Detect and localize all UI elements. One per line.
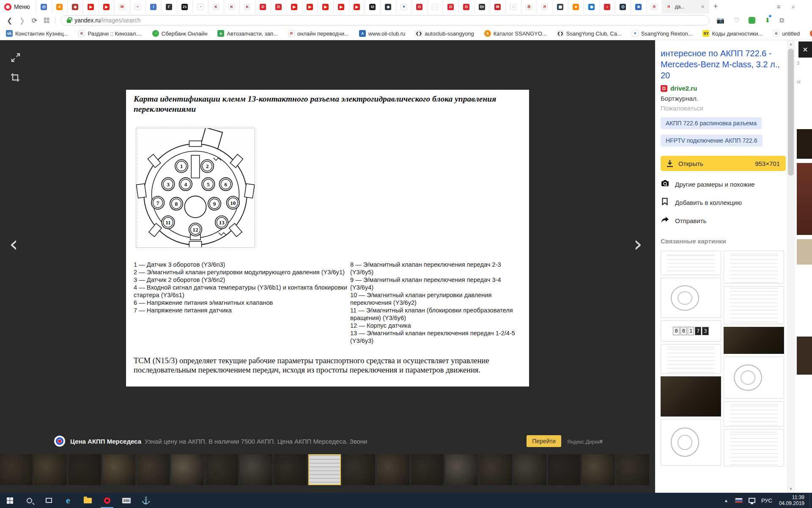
bookmark-heart-icon[interactable]: ♡ bbox=[734, 17, 739, 24]
browser-tab[interactable]: ⊕ bbox=[631, 0, 646, 14]
browser-tab[interactable]: ▶ bbox=[99, 0, 114, 14]
related-image[interactable] bbox=[724, 286, 784, 324]
tab-search-icon[interactable]: ⌕ bbox=[792, 3, 795, 11]
network-icon[interactable] bbox=[749, 498, 755, 503]
extensions-panel-icon[interactable]: ⧉ bbox=[779, 17, 784, 24]
action-share[interactable]: Отправить bbox=[661, 215, 787, 226]
browser-tab[interactable]: ▶ bbox=[349, 0, 365, 14]
bookmark-item[interactable]: KРаздачи :: Кинозал.... bbox=[78, 30, 142, 37]
browser-tab[interactable]: ✇ bbox=[521, 0, 537, 14]
thumbnail[interactable] bbox=[343, 454, 375, 485]
ad-go-button[interactable]: Перейти bbox=[527, 435, 561, 447]
browser-tab[interactable]: ◆ bbox=[67, 0, 83, 14]
source-row[interactable]: D drive2.ru bbox=[661, 85, 787, 92]
bookmark-item[interactable]: Яонлайн переводчи... bbox=[288, 30, 349, 37]
related-image[interactable] bbox=[724, 356, 784, 399]
browser-tab[interactable]: ▶ bbox=[83, 0, 99, 14]
report-link[interactable]: Пожаловаться bbox=[661, 105, 787, 112]
related-query-tag[interactable]: HFPTV подключение АКПП 722.6 bbox=[661, 135, 763, 146]
related-image[interactable] bbox=[724, 251, 784, 284]
thumbnail[interactable] bbox=[548, 454, 581, 485]
taskbar-anchor-button[interactable]: ⚓ bbox=[136, 493, 156, 508]
browser-tab[interactable]: t2 bbox=[365, 0, 380, 14]
browser-tab[interactable]: ▶ bbox=[318, 0, 333, 14]
ad-close-icon[interactable]: ✕ bbox=[599, 438, 604, 444]
back-icon[interactable]: ❮ bbox=[7, 17, 12, 25]
related-image[interactable] bbox=[661, 419, 721, 466]
tab-menu-icon[interactable]: ≡ bbox=[777, 3, 781, 11]
browser-tab[interactable]: Я bbox=[537, 0, 552, 14]
fullscreen-icon[interactable] bbox=[10, 52, 21, 65]
browser-tab[interactable]: ✉ bbox=[114, 0, 130, 14]
related-image[interactable] bbox=[724, 429, 784, 467]
related-image[interactable]: 00173 bbox=[661, 320, 721, 342]
thumbnail[interactable] bbox=[69, 454, 101, 485]
viewed-image[interactable]: Карта идентификации клемм 13-контактного… bbox=[126, 90, 529, 387]
secure-lock-icon[interactable] bbox=[67, 19, 71, 23]
taskbar-file-explorer-button[interactable] bbox=[78, 493, 97, 508]
browser-tab[interactable]: D bbox=[255, 0, 271, 14]
previous-image-arrow[interactable]: ‹ bbox=[9, 233, 18, 255]
next-image-arrow[interactable]: › bbox=[634, 233, 642, 255]
browser-tab[interactable]: ◌ bbox=[427, 0, 443, 14]
bookmark-item[interactable]: ◔Сбербанк Онлайн bbox=[152, 30, 208, 37]
browser-tab[interactable]: / bbox=[145, 0, 161, 14]
browser-tab[interactable]: ■ bbox=[568, 0, 584, 14]
browser-tab[interactable]: D bbox=[411, 0, 427, 14]
related-image[interactable] bbox=[724, 401, 784, 427]
source-site-link[interactable]: drive2.ru bbox=[670, 85, 697, 92]
browser-tab[interactable]: K bbox=[208, 0, 224, 14]
active-tab[interactable]: Я да... ✕ bbox=[662, 0, 708, 14]
related-image[interactable] bbox=[661, 251, 721, 275]
language-indicator[interactable]: РУС bbox=[761, 497, 772, 504]
bookmark-item[interactable]: ФФорум MySsangYo... bbox=[810, 30, 812, 37]
taskbar-search-button[interactable] bbox=[19, 493, 39, 508]
thumbnail[interactable] bbox=[514, 454, 546, 485]
url-input[interactable]: yandex.ru /images/search bbox=[60, 15, 710, 25]
taskbar-task-view-button[interactable] bbox=[39, 493, 58, 508]
clock[interactable]: 11:39 04.09.2019 bbox=[779, 494, 804, 506]
extension-badge-icon[interactable] bbox=[749, 17, 755, 24]
browser-tab[interactable]: ▶ bbox=[333, 0, 349, 14]
viewer-close-button[interactable]: ✕ bbox=[798, 41, 812, 58]
thumbnail[interactable] bbox=[240, 454, 272, 485]
thumbnail[interactable] bbox=[0, 454, 33, 485]
browser-tab[interactable]: K bbox=[224, 0, 239, 14]
bookmark-item[interactable]: ⊕untitled bbox=[773, 30, 800, 37]
taskbar-start-button[interactable] bbox=[0, 493, 19, 508]
bookmark-item[interactable]: ▼SsangYong Rexton... bbox=[632, 30, 693, 37]
related-query-tag[interactable]: АКПП 722.6 распиновка разъема bbox=[661, 117, 762, 129]
thumbnail[interactable] bbox=[137, 454, 170, 485]
hidden-icons-arrow[interactable]: ▲ bbox=[724, 498, 728, 503]
browser-tab[interactable]: ◉ bbox=[584, 0, 599, 14]
action-bookmark[interactable]: Добавить в коллекцию bbox=[661, 197, 787, 207]
browser-tab[interactable]: ○ bbox=[505, 0, 521, 14]
browser-tab[interactable]: K bbox=[239, 0, 255, 14]
tab-close-icon[interactable]: ✕ bbox=[701, 4, 705, 10]
browser-tab[interactable]: D bbox=[271, 0, 286, 14]
sidebar-scrollbar[interactable]: ▲ ▼ bbox=[787, 40, 795, 493]
thumbnail[interactable] bbox=[582, 454, 615, 485]
browser-tab[interactable]: 21 bbox=[177, 0, 192, 14]
browser-tab[interactable]: ▶ bbox=[302, 0, 318, 14]
bookmark-item[interactable]: ❮❯autoclub-ssangyong bbox=[415, 30, 474, 37]
browser-tab[interactable]: ▶ bbox=[286, 0, 302, 14]
downloads-icon[interactable]: ⬇ bbox=[765, 17, 770, 24]
browser-tab[interactable]: ▦ bbox=[552, 0, 568, 14]
ru-flag-icon[interactable] bbox=[735, 498, 743, 503]
browser-tab[interactable]: ⁘ bbox=[130, 0, 145, 14]
opera-menu-button[interactable]: Меню bbox=[0, 0, 36, 14]
thumbnail-selected[interactable] bbox=[308, 454, 341, 485]
thumbnail[interactable] bbox=[34, 454, 67, 485]
browser-tab[interactable]: ◔ bbox=[192, 0, 208, 14]
ad-brand[interactable]: Цена АКПП Мерседеса bbox=[70, 438, 141, 445]
related-image[interactable] bbox=[661, 278, 721, 318]
bookmark-item[interactable]: SYКоды диагностики... bbox=[702, 30, 763, 37]
snapshot-camera-icon[interactable]: 📷 bbox=[716, 17, 724, 24]
crop-icon[interactable] bbox=[10, 72, 20, 84]
browser-tab[interactable]: ⛭ bbox=[615, 0, 631, 14]
scrollbar-thumb[interactable] bbox=[788, 49, 794, 176]
browser-tab[interactable]: ▼ bbox=[396, 0, 411, 14]
browser-tab[interactable]: ♪ bbox=[599, 0, 615, 14]
ad-network-label[interactable]: Яндекс.Директ bbox=[567, 439, 602, 445]
